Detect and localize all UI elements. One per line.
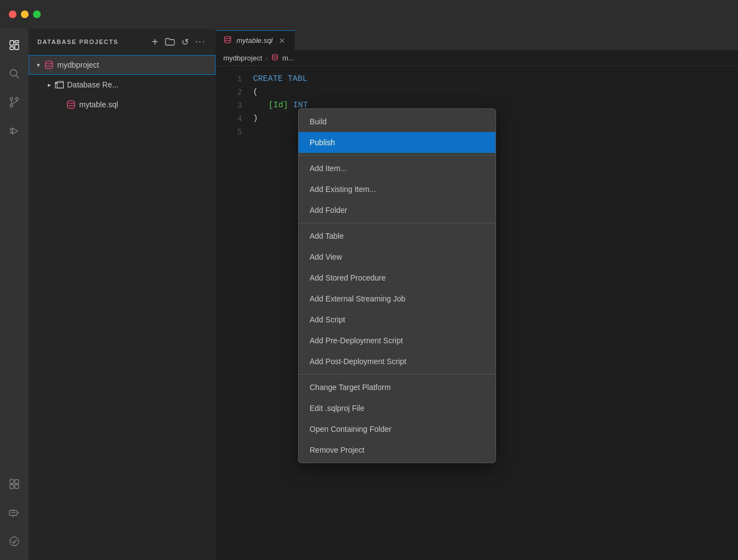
breadcrumb-file: m... bbox=[282, 54, 294, 62]
svg-rect-3 bbox=[10, 47, 14, 50]
tree-item-label-mydbproject: mydbproject bbox=[57, 61, 99, 69]
svg-rect-2 bbox=[15, 45, 19, 50]
database-icon bbox=[44, 60, 54, 70]
source-control-icon[interactable] bbox=[2, 90, 26, 114]
search-icon[interactable] bbox=[2, 62, 26, 86]
context-menu: Build Publish Add Item... Add Existing I… bbox=[298, 108, 496, 463]
code-indent-3 bbox=[253, 99, 268, 112]
breadcrumb-project: mydbproject bbox=[223, 54, 262, 62]
main-layout: DATABASE PROJECTS + ↺ ··· ▾ bbox=[0, 29, 738, 560]
tab-bar: mytable.sql ✕ bbox=[216, 29, 738, 51]
svg-rect-1 bbox=[15, 41, 19, 43]
svg-point-6 bbox=[10, 98, 13, 101]
breadcrumb: mydbproject › m... bbox=[216, 51, 738, 66]
menu-item-add-pre-deployment-script[interactable]: Add Pre-Deployment Script bbox=[299, 330, 495, 351]
folder-icon bbox=[55, 81, 64, 89]
tree-item-label-database-references: Database Re... bbox=[67, 80, 118, 89]
run-debug-icon[interactable] bbox=[2, 119, 26, 143]
add-item-button[interactable]: + bbox=[151, 35, 159, 50]
menu-item-publish[interactable]: Publish bbox=[299, 132, 495, 153]
svg-point-8 bbox=[10, 105, 13, 107]
menu-item-change-target-platform[interactable]: Change Target Platform bbox=[299, 377, 495, 398]
chevron-down-icon: ▾ bbox=[33, 59, 44, 70]
tab-db-icon bbox=[223, 35, 232, 46]
line-number-3: 3 bbox=[238, 99, 242, 112]
svg-rect-14 bbox=[15, 480, 19, 484]
svg-line-5 bbox=[16, 75, 19, 78]
line-number-2: 2 bbox=[238, 86, 242, 99]
menu-item-add-item[interactable]: Add Item... bbox=[299, 158, 495, 179]
svg-point-10 bbox=[10, 132, 12, 134]
menu-item-remove-project[interactable]: Remove Project bbox=[299, 440, 495, 460]
svg-rect-0 bbox=[10, 41, 14, 45]
line-number-5: 5 bbox=[238, 125, 242, 139]
line-number-4: 4 bbox=[238, 112, 242, 125]
editor-tab-mytable-sql[interactable]: mytable.sql ✕ bbox=[216, 30, 295, 50]
tree-item-label-mytable-sql: mytable.sql bbox=[79, 100, 118, 109]
menu-item-add-post-deployment-script[interactable]: Add Post-Deployment Script bbox=[299, 351, 495, 372]
titlebar bbox=[0, 0, 738, 29]
more-options-button[interactable]: ··· bbox=[194, 36, 207, 48]
line-number-1: 1 bbox=[238, 73, 242, 86]
svg-rect-16 bbox=[15, 485, 19, 488]
file-tree: ▾ mydbproject ▸ bbox=[29, 55, 216, 560]
code-token-id: [Id] bbox=[268, 99, 293, 112]
refresh-button[interactable]: ↺ bbox=[180, 36, 190, 48]
svg-rect-13 bbox=[10, 480, 14, 484]
svg-point-28 bbox=[225, 36, 231, 39]
svg-point-23 bbox=[46, 61, 53, 64]
sidebar-title: DATABASE PROJECTS bbox=[37, 39, 118, 45]
tree-item-database-references[interactable]: ▸ Database Re... bbox=[29, 75, 216, 95]
sidebar: DATABASE PROJECTS + ↺ ··· ▾ bbox=[29, 29, 216, 560]
code-line-2: ( bbox=[249, 86, 738, 99]
menu-item-edit-sqlproj[interactable]: Edit .sqlproj File bbox=[299, 398, 495, 419]
menu-separator-2 bbox=[299, 223, 495, 223]
menu-separator-3 bbox=[299, 374, 495, 375]
sidebar-header: DATABASE PROJECTS + ↺ ··· bbox=[29, 29, 216, 55]
code-token-create: CREATE bbox=[253, 73, 288, 86]
breadcrumb-db-icon bbox=[271, 53, 279, 63]
svg-point-7 bbox=[16, 98, 19, 101]
minimize-button[interactable] bbox=[21, 10, 29, 18]
svg-point-27 bbox=[68, 101, 75, 103]
menu-item-add-external-streaming-job[interactable]: Add External Streaming Job bbox=[299, 288, 495, 309]
chevron-right-icon: ▸ bbox=[44, 79, 55, 90]
menu-item-add-script[interactable]: Add Script bbox=[299, 309, 495, 330]
breadcrumb-separator: › bbox=[266, 54, 268, 62]
close-button[interactable] bbox=[9, 10, 16, 18]
code-token-table: TABL bbox=[288, 73, 307, 86]
code-line-1: CREATE TABL bbox=[249, 73, 738, 86]
sidebar-actions: + ↺ ··· bbox=[151, 35, 207, 50]
menu-item-add-stored-procedure[interactable]: Add Stored Procedure bbox=[299, 267, 495, 288]
code-token-paren-close: ) bbox=[253, 112, 258, 125]
maximize-button[interactable] bbox=[33, 10, 41, 18]
tree-item-mytable-sql[interactable]: mytable.sql bbox=[29, 95, 216, 114]
testing-icon[interactable] bbox=[2, 529, 26, 553]
menu-item-add-view[interactable]: Add View bbox=[299, 246, 495, 267]
file-db-icon bbox=[66, 100, 76, 109]
menu-item-add-table[interactable]: Add Table bbox=[299, 226, 495, 246]
open-folder-button[interactable] bbox=[164, 36, 176, 47]
svg-point-9 bbox=[10, 129, 12, 130]
line-numbers: 1 2 3 4 5 bbox=[216, 66, 249, 560]
activity-bar bbox=[0, 29, 29, 560]
tab-name: mytable.sql bbox=[236, 36, 273, 45]
svg-rect-15 bbox=[10, 485, 14, 488]
menu-item-build[interactable]: Build bbox=[299, 111, 495, 132]
tab-close-button[interactable]: ✕ bbox=[277, 36, 287, 46]
traffic-lights bbox=[9, 10, 41, 18]
extensions-icon[interactable] bbox=[2, 472, 26, 496]
remote-icon[interactable] bbox=[2, 501, 26, 525]
svg-point-22 bbox=[10, 537, 19, 546]
menu-item-open-containing-folder[interactable]: Open Containing Folder bbox=[299, 419, 495, 440]
menu-item-add-existing-item[interactable]: Add Existing Item... bbox=[299, 179, 495, 200]
menu-item-add-folder[interactable]: Add Folder bbox=[299, 200, 495, 221]
explorer-icon[interactable] bbox=[2, 33, 26, 57]
menu-separator-1 bbox=[299, 155, 495, 156]
code-token-paren-open: ( bbox=[253, 86, 258, 99]
svg-point-29 bbox=[273, 54, 278, 57]
tree-item-mydbproject[interactable]: ▾ mydbproject bbox=[29, 55, 216, 75]
